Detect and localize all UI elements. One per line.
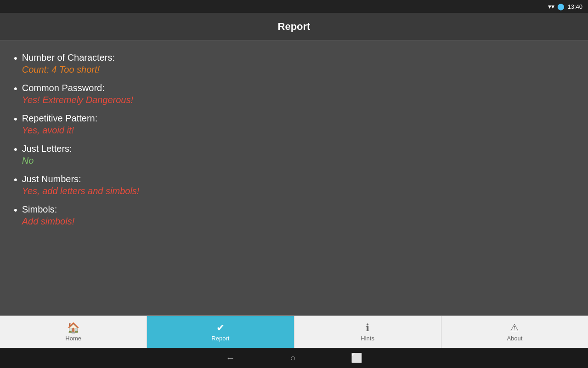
list-item: • Repetitive Pattern: Yes, avoid it! <box>14 112 574 136</box>
bullet: • <box>14 144 17 155</box>
nav-home-label: Home <box>65 335 81 342</box>
status-icons: ▾▾ ⬤ 13:40 <box>548 3 582 10</box>
bottom-nav: 🏠 Home ✔ Report ℹ Hints ⚠ About <box>0 316 588 348</box>
item-content: Just Letters: No <box>22 143 72 167</box>
bullet: • <box>14 83 17 95</box>
item-content: Simbols: Add simbols! <box>22 203 75 227</box>
home-button[interactable]: ○ <box>290 353 295 363</box>
nav-hints-label: Hints <box>361 335 374 342</box>
nav-about-label: About <box>507 335 522 342</box>
bullet: • <box>14 113 17 125</box>
item-value: Yes! Extremely Dangerous! <box>22 94 133 106</box>
clock: 13:40 <box>567 3 582 10</box>
item-value: No <box>22 155 72 167</box>
item-value: Yes, add letters and simbols! <box>22 185 140 197</box>
bullet: • <box>14 174 17 186</box>
nav-report[interactable]: ✔ Report <box>147 316 294 348</box>
wifi-icon: ▾▾ <box>548 3 554 10</box>
page-title: Report <box>278 21 311 33</box>
item-label: Repetitive Pattern: <box>22 112 98 124</box>
bullet: • <box>14 52 17 64</box>
status-bar: ▾▾ ⬤ 13:40 <box>0 0 588 13</box>
main-content: • Number of Characters: Count: 4 Too sho… <box>0 40 588 316</box>
item-label: Simbols: <box>22 203 75 215</box>
report-check-icon: ✔ <box>216 322 225 334</box>
item-content: Repetitive Pattern: Yes, avoid it! <box>22 112 98 136</box>
nav-report-label: Report <box>211 335 229 342</box>
item-label: Just Numbers: <box>22 173 140 185</box>
signal-icon: ⬤ <box>557 3 565 10</box>
item-label: Number of Characters: <box>22 52 115 63</box>
back-button[interactable]: ← <box>226 353 235 363</box>
item-content: Just Numbers: Yes, add letters and simbo… <box>22 173 140 197</box>
list-item: • Just Letters: No <box>14 143 574 167</box>
list-item: • Number of Characters: Count: 4 Too sho… <box>14 52 574 75</box>
report-list: • Number of Characters: Count: 4 Too sho… <box>14 52 574 227</box>
item-label: Common Password: <box>22 82 133 94</box>
item-value: Add simbols! <box>22 215 75 227</box>
item-label: Just Letters: <box>22 143 72 155</box>
item-value: Count: 4 Too short! <box>22 63 115 75</box>
item-content: Number of Characters: Count: 4 Too short… <box>22 52 115 75</box>
recents-button[interactable]: ⬜ <box>351 352 362 363</box>
list-item: • Simbols: Add simbols! <box>14 203 574 227</box>
about-icon: ⚠ <box>510 322 519 334</box>
hints-icon: ℹ <box>366 322 369 334</box>
item-value: Yes, avoid it! <box>22 124 98 136</box>
system-nav-bar: ← ○ ⬜ <box>0 348 588 368</box>
nav-about[interactable]: ⚠ About <box>441 316 588 348</box>
item-content: Common Password: Yes! Extremely Dangerou… <box>22 82 133 106</box>
title-bar: Report <box>0 13 588 40</box>
nav-home[interactable]: 🏠 Home <box>0 316 147 348</box>
list-item: • Common Password: Yes! Extremely Danger… <box>14 82 574 106</box>
nav-hints[interactable]: ℹ Hints <box>294 316 441 348</box>
bullet: • <box>14 204 17 216</box>
home-icon: 🏠 <box>67 322 79 334</box>
list-item: • Just Numbers: Yes, add letters and sim… <box>14 173 574 197</box>
